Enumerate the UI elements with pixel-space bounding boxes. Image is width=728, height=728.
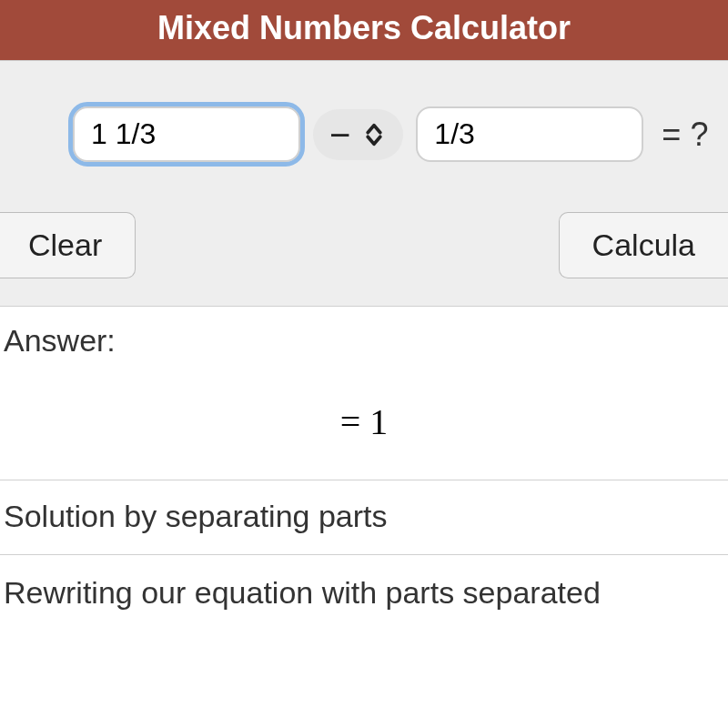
chevron-updown-icon <box>361 120 387 149</box>
results-area: Answer: = 1 Solution by separating parts… <box>0 307 728 631</box>
rewrite-text: Rewriting our equation with parts separa… <box>0 554 728 631</box>
calculator-panel: − = ? Clear Calcula <box>0 60 728 307</box>
calculate-button[interactable]: Calcula <box>559 212 728 278</box>
input-row: − = ? <box>0 106 728 162</box>
answer-value: = 1 <box>0 375 728 480</box>
solution-heading: Solution by separating parts <box>0 480 728 554</box>
clear-button[interactable]: Clear <box>0 212 136 278</box>
button-row: Clear Calcula <box>0 212 728 278</box>
equals-label: = ? <box>662 116 708 154</box>
page-title: Mixed Numbers Calculator <box>0 0 728 60</box>
operator-select[interactable]: − <box>313 109 403 160</box>
first-number-input[interactable] <box>73 106 300 162</box>
second-number-input[interactable] <box>416 106 643 162</box>
operator-sign: − <box>329 116 350 153</box>
answer-label: Answer: <box>0 323 728 375</box>
